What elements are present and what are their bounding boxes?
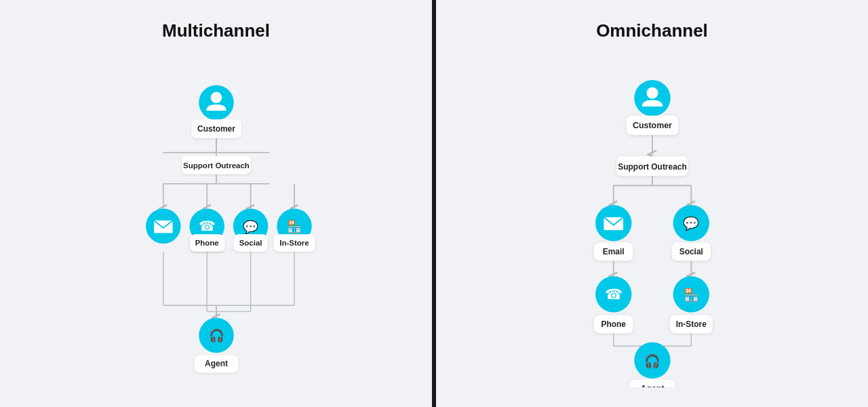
- multichannel-panel: Multichannel Customer Support Outreach: [0, 0, 432, 407]
- svg-text:Social: Social: [679, 247, 703, 256]
- svg-text:Phone: Phone: [601, 319, 626, 329]
- omnichannel-diagram: Customer Support Outreach Email 💬 Social…: [510, 55, 795, 387]
- svg-text:In-Store: In-Store: [675, 319, 706, 329]
- svg-text:Customer: Customer: [197, 124, 235, 134]
- omnichannel-panel: Omnichannel Customer Support Outreach Em…: [436, 0, 868, 407]
- svg-text:Support Outreach: Support Outreach: [183, 161, 250, 170]
- svg-text:💬: 💬: [243, 219, 258, 235]
- svg-text:Support Outreach: Support Outreach: [618, 162, 686, 172]
- svg-text:Agent: Agent: [640, 384, 664, 387]
- multichannel-title: Multichannel: [162, 20, 270, 41]
- svg-point-48: [646, 87, 658, 98]
- svg-text:Social: Social: [239, 239, 262, 247]
- svg-text:🎧: 🎧: [208, 328, 224, 343]
- svg-text:In-Store: In-Store: [279, 239, 309, 247]
- svg-text:🏪: 🏪: [683, 288, 698, 303]
- svg-text:💬: 💬: [683, 216, 699, 232]
- svg-text:🏪: 🏪: [286, 219, 301, 234]
- svg-point-1: [210, 92, 222, 104]
- multichannel-diagram: Customer Support Outreach Email ☎ Phone: [60, 55, 372, 387]
- omnichannel-title: Omnichannel: [596, 20, 708, 41]
- svg-text:Phone: Phone: [195, 239, 218, 247]
- svg-text:Customer: Customer: [633, 121, 672, 131]
- svg-text:Agent: Agent: [205, 359, 228, 368]
- svg-text:☎: ☎: [198, 218, 215, 233]
- svg-text:Email: Email: [602, 247, 624, 256]
- svg-text:🎧: 🎧: [644, 353, 660, 369]
- svg-text:☎: ☎: [604, 287, 622, 303]
